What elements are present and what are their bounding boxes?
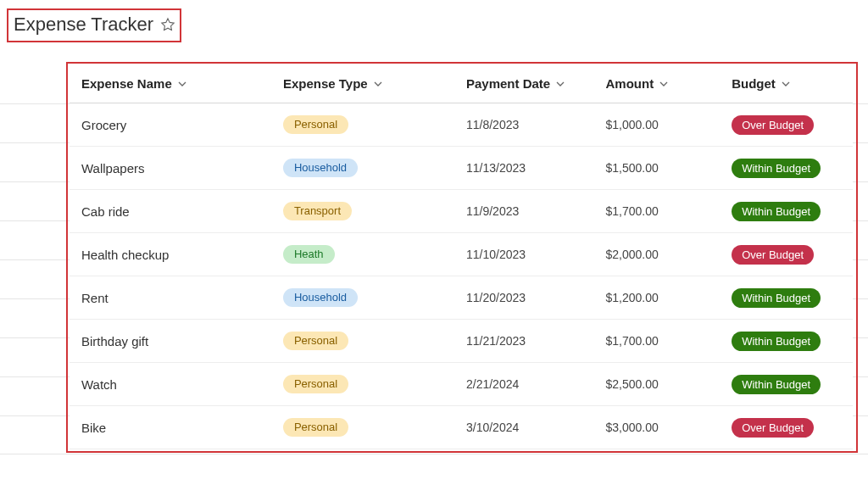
table-row[interactable]: RentHousehold11/20/2023$1,200.00Within B… <box>70 276 853 320</box>
table-row[interactable]: Cab rideTransport11/9/2023$1,700.00Withi… <box>70 190 853 233</box>
chevron-down-icon <box>659 79 669 89</box>
column-header-type[interactable]: Expense Type <box>283 76 466 91</box>
cell-budget: Within Budget <box>732 202 841 221</box>
cell-expense-name: Wallpapers <box>81 161 283 176</box>
budget-pill: Within Budget <box>732 332 821 351</box>
budget-pill: Within Budget <box>732 202 821 221</box>
expense-table: Expense Name Expense Type Payment Date A… <box>70 68 853 449</box>
cell-expense-type: Transport <box>283 202 466 221</box>
column-header-name[interactable]: Expense Name <box>81 76 283 91</box>
cell-expense-name: Health checkup <box>81 248 283 262</box>
type-pill: Personal <box>283 375 348 394</box>
column-header-date[interactable]: Payment Date <box>466 76 606 91</box>
cell-amount: $1,700.00 <box>605 334 732 348</box>
cell-amount: $1,500.00 <box>605 161 732 175</box>
cell-payment-date: 11/8/2023 <box>466 118 606 131</box>
cell-amount: $2,000.00 <box>605 248 732 261</box>
cell-expense-type: Personal <box>283 332 466 351</box>
table-row[interactable]: Health checkupHeath11/10/2023$2,000.00Ov… <box>70 233 853 276</box>
budget-pill: Within Budget <box>732 375 821 394</box>
cell-payment-date: 11/20/2023 <box>466 291 606 304</box>
cell-payment-date: 11/10/2023 <box>466 248 606 261</box>
column-header-label: Budget <box>732 76 776 91</box>
chevron-down-icon <box>555 79 565 89</box>
page-header: Expense Tracker <box>14 14 175 36</box>
chevron-down-icon <box>373 79 383 89</box>
budget-pill: Over Budget <box>732 245 814 265</box>
cell-expense-name: Grocery <box>81 118 283 132</box>
cell-expense-type: Household <box>283 159 466 178</box>
cell-payment-date: 11/9/2023 <box>466 204 606 218</box>
table-row[interactable]: WallpapersHousehold11/13/2023$1,500.00Wi… <box>70 147 853 190</box>
budget-pill: Over Budget <box>732 418 814 438</box>
cell-budget: Within Budget <box>732 288 841 308</box>
table-row[interactable]: GroceryPersonal11/8/2023$1,000.00Over Bu… <box>70 103 853 147</box>
type-pill: Transport <box>283 202 352 221</box>
chevron-down-icon <box>177 79 187 89</box>
cell-payment-date: 2/21/2024 <box>466 377 606 391</box>
cell-amount: $3,000.00 <box>605 421 732 434</box>
cell-payment-date: 11/21/2023 <box>466 334 606 348</box>
cell-budget: Within Budget <box>732 375 841 394</box>
favorite-star-icon[interactable] <box>160 17 175 32</box>
table-row[interactable]: Birthday giftPersonal11/21/2023$1,700.00… <box>70 320 853 363</box>
cell-amount: $1,000.00 <box>605 118 732 131</box>
cell-expense-type: Personal <box>283 418 466 438</box>
cell-expense-name: Birthday gift <box>81 334 283 348</box>
cell-expense-type: Personal <box>283 375 466 394</box>
column-header-label: Payment Date <box>466 76 550 91</box>
table-header-row: Expense Name Expense Type Payment Date A… <box>70 68 853 103</box>
cell-expense-type: Household <box>283 288 466 308</box>
cell-budget: Over Budget <box>732 115 841 135</box>
cell-expense-name: Bike <box>81 421 283 435</box>
cell-amount: $1,200.00 <box>605 291 732 304</box>
budget-pill: Over Budget <box>732 115 814 135</box>
cell-expense-type: Heath <box>283 245 466 265</box>
cell-payment-date: 3/10/2024 <box>466 421 606 434</box>
cell-payment-date: 11/13/2023 <box>466 161 606 175</box>
budget-pill: Within Budget <box>732 159 821 178</box>
type-pill: Household <box>283 288 358 308</box>
column-header-label: Expense Name <box>81 76 172 91</box>
cell-budget: Over Budget <box>732 418 841 438</box>
cell-amount: $1,700.00 <box>605 204 732 218</box>
type-pill: Personal <box>283 115 348 135</box>
chevron-down-icon <box>781 79 791 89</box>
cell-budget: Over Budget <box>732 245 841 265</box>
cell-expense-name: Cab ride <box>81 204 283 219</box>
type-pill: Heath <box>283 245 335 265</box>
cell-budget: Within Budget <box>732 332 841 351</box>
type-pill: Personal <box>283 418 348 438</box>
cell-expense-type: Personal <box>283 115 466 135</box>
type-pill: Household <box>283 159 358 178</box>
table-body: GroceryPersonal11/8/2023$1,000.00Over Bu… <box>70 103 853 449</box>
table-row[interactable]: WatchPersonal2/21/2024$2,500.00Within Bu… <box>70 363 853 406</box>
page-title: Expense Tracker <box>14 14 153 36</box>
type-pill: Personal <box>283 332 348 351</box>
cell-budget: Within Budget <box>732 159 841 178</box>
budget-pill: Within Budget <box>732 288 821 308</box>
cell-expense-name: Watch <box>81 377 283 392</box>
table-row[interactable]: BikePersonal3/10/2024$3,000.00Over Budge… <box>70 406 853 449</box>
cell-amount: $2,500.00 <box>605 377 732 391</box>
column-header-amount[interactable]: Amount <box>605 76 732 91</box>
column-header-label: Expense Type <box>283 76 368 91</box>
cell-expense-name: Rent <box>81 291 283 305</box>
column-header-label: Amount <box>605 76 654 91</box>
column-header-budget[interactable]: Budget <box>732 76 841 91</box>
